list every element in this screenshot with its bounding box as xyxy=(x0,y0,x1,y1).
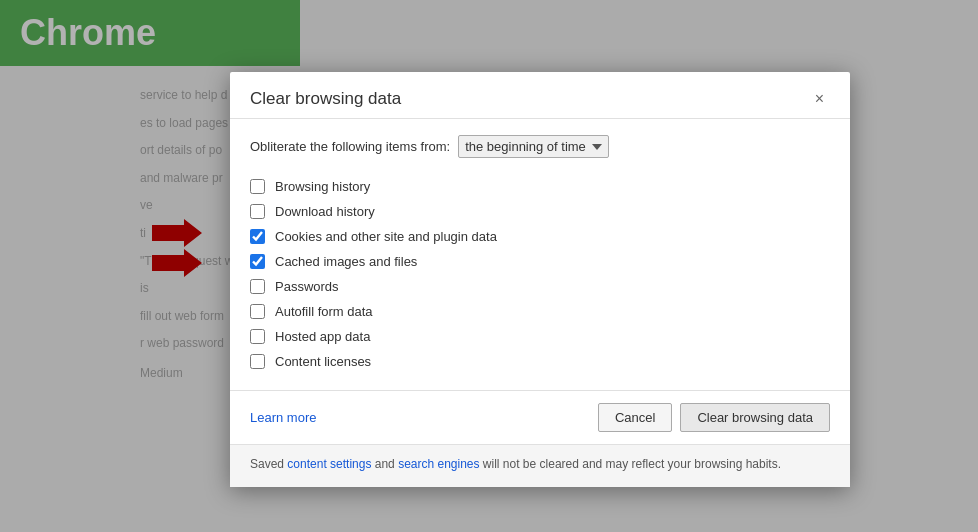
cancel-button[interactable]: Cancel xyxy=(598,403,672,432)
autofill-label[interactable]: Autofill form data xyxy=(275,304,373,319)
dialog-title: Clear browsing data xyxy=(250,89,401,109)
dialog-footer-info: Saved content settings and search engine… xyxy=(230,444,850,487)
obliterate-label: Obliterate the following items from: xyxy=(250,139,450,154)
checkbox-hosted-app: Hosted app data xyxy=(250,324,830,349)
checkbox-cached: Cached images and files xyxy=(250,249,830,274)
passwords-label[interactable]: Passwords xyxy=(275,279,339,294)
cookies-label[interactable]: Cookies and other site and plugin data xyxy=(275,229,497,244)
browsing-history-checkbox[interactable] xyxy=(250,179,265,194)
footer-text-before: Saved xyxy=(250,457,287,471)
checkbox-autofill: Autofill form data xyxy=(250,299,830,324)
hosted-app-label[interactable]: Hosted app data xyxy=(275,329,370,344)
dialog-buttons: Cancel Clear browsing data xyxy=(598,403,830,432)
hosted-app-checkbox[interactable] xyxy=(250,329,265,344)
passwords-checkbox[interactable] xyxy=(250,279,265,294)
close-button[interactable]: × xyxy=(809,88,830,110)
autofill-checkbox[interactable] xyxy=(250,304,265,319)
checkbox-passwords: Passwords xyxy=(250,274,830,299)
footer-text-mid: and xyxy=(371,457,398,471)
download-history-label[interactable]: Download history xyxy=(275,204,375,219)
checkbox-download-history: Download history xyxy=(250,199,830,224)
cached-images-label[interactable]: Cached images and files xyxy=(275,254,417,269)
cached-images-checkbox[interactable] xyxy=(250,254,265,269)
content-settings-link[interactable]: content settings xyxy=(287,457,371,471)
dialog-header: Clear browsing data × xyxy=(230,72,850,119)
clear-browsing-data-button[interactable]: Clear browsing data xyxy=(680,403,830,432)
obliterate-row: Obliterate the following items from: the… xyxy=(250,135,830,158)
checkbox-cookies: Cookies and other site and plugin data xyxy=(250,224,830,249)
checkbox-browsing-history: Browsing history xyxy=(250,174,830,199)
download-history-checkbox[interactable] xyxy=(250,204,265,219)
search-engines-link[interactable]: search engines xyxy=(398,457,479,471)
browsing-history-label[interactable]: Browsing history xyxy=(275,179,370,194)
content-licenses-label[interactable]: Content licenses xyxy=(275,354,371,369)
learn-more-link[interactable]: Learn more xyxy=(250,410,316,425)
dialog-body: Obliterate the following items from: the… xyxy=(230,119,850,390)
time-range-select[interactable]: the beginning of time last hour last day… xyxy=(458,135,609,158)
footer-text-after: will not be cleared and may reflect your… xyxy=(480,457,781,471)
clear-browsing-data-dialog: Clear browsing data × Obliterate the fol… xyxy=(230,72,850,487)
checkbox-content-licenses: Content licenses xyxy=(250,349,830,374)
content-licenses-checkbox[interactable] xyxy=(250,354,265,369)
dialog-footer-actions: Learn more Cancel Clear browsing data xyxy=(230,390,850,444)
cookies-checkbox[interactable] xyxy=(250,229,265,244)
